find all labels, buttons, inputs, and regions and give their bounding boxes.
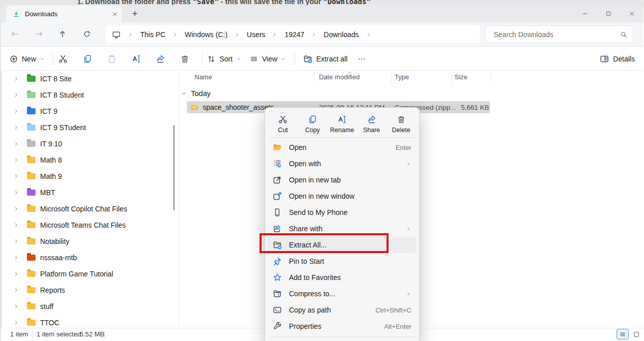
breadcrumb-chevron-icon[interactable] — [128, 32, 133, 37]
new-tab-button[interactable]: + — [132, 8, 138, 19]
breadcrumb-chevron-icon[interactable] — [235, 32, 240, 37]
sidebar-item-it-9-10[interactable]: IT 9.10 — [6, 136, 167, 151]
chevron-right-icon[interactable] — [13, 190, 19, 196]
chevron-right-icon[interactable] — [13, 157, 19, 163]
extract-all-button[interactable]: Extract all — [302, 50, 348, 68]
menu-item-add-to-favorites[interactable]: Add to Favorites — [268, 269, 416, 286]
sidebar-item-ict-8-student[interactable]: ICT 8 Student — [6, 87, 167, 103]
sidebar-item-math-9[interactable]: Math 9 — [6, 169, 167, 184]
sidebar-item-stuff[interactable]: stuff — [6, 299, 167, 314]
menu-item-open[interactable]: OpenEnter — [268, 139, 416, 156]
maximize-button[interactable] — [597, 5, 620, 22]
tab-downloads[interactable]: Downloads — [6, 6, 122, 22]
view-button[interactable]: View — [249, 50, 286, 68]
breadcrumb-chevron-icon[interactable] — [272, 32, 277, 37]
breadcrumb-segment-users[interactable]: Users — [247, 30, 266, 39]
breadcrumb-chevron-icon[interactable] — [173, 32, 178, 37]
menu-item-label: Share with — [289, 225, 323, 233]
new-button[interactable]: New — [5, 50, 49, 68]
maximize-icon — [605, 11, 611, 17]
chevron-right-icon[interactable] — [13, 206, 19, 212]
copy-button[interactable] — [77, 50, 98, 68]
icons-view-toggle[interactable] — [631, 329, 642, 339]
column-header-name[interactable]: Name — [195, 73, 212, 81]
search-box[interactable] — [485, 25, 633, 43]
sort-button[interactable]: Sort — [206, 50, 242, 68]
menu-quick-cut[interactable]: Cut — [269, 111, 297, 136]
column-header-type[interactable]: Type — [395, 73, 409, 81]
column-separator[interactable] — [314, 73, 314, 83]
forward-button[interactable] — [30, 26, 48, 42]
chevron-right-icon[interactable] — [13, 125, 19, 131]
sidebar-item-math-8[interactable]: Math 8 — [6, 152, 167, 168]
sidebar-item-ict-9-student[interactable]: ICT 9 STudent — [6, 120, 167, 135]
breadcrumb-chevron-icon[interactable] — [366, 32, 371, 37]
sidebar-item-reports[interactable]: Reports — [6, 283, 167, 298]
column-separator[interactable] — [451, 73, 452, 83]
tab-close-icon[interactable] — [112, 11, 118, 17]
back-button[interactable] — [6, 26, 23, 42]
minimize-button[interactable] — [573, 5, 597, 22]
chevron-right-icon[interactable] — [13, 173, 19, 179]
share-button[interactable] — [150, 50, 171, 68]
group-today[interactable]: Today — [181, 87, 211, 100]
details-pane-button[interactable]: Details — [598, 50, 636, 68]
search-input[interactable] — [493, 30, 620, 39]
menu-quick-delete[interactable]: Delete — [388, 111, 415, 136]
breadcrumb-segment-19247[interactable]: 19247 — [284, 30, 304, 39]
chevron-right-icon[interactable] — [13, 271, 19, 277]
details-view-toggle[interactable] — [617, 329, 629, 339]
breadcrumb-segment-downloads[interactable]: Downloads — [324, 30, 359, 39]
menu-item-open-in-new-tab[interactable]: Open in new tab — [268, 172, 416, 188]
rename-button[interactable] — [126, 50, 146, 68]
menu-quick-rename[interactable]: Rename — [328, 111, 356, 136]
column-header-size[interactable]: Size — [455, 73, 467, 81]
delete-button[interactable] — [175, 50, 195, 68]
delete-icon — [180, 54, 190, 64]
sidebar-item-ict-8-site[interactable]: ICT 8 Site — [6, 71, 167, 86]
menu-item-open-with[interactable]: Open with — [268, 156, 416, 172]
paste-button[interactable] — [102, 50, 122, 68]
sidebar-item-platform-game-tutorial[interactable]: Platform Game Tutorial — [6, 266, 167, 282]
close-button[interactable] — [620, 5, 643, 22]
menu-item-compress-to[interactable]: Compress to... — [268, 286, 416, 302]
chevron-right-icon[interactable] — [13, 92, 19, 98]
search-icon[interactable] — [620, 30, 628, 39]
menu-item-copy-as-path[interactable]: Copy as pathCtrl+Shift+C — [268, 302, 416, 318]
folder-icon — [27, 125, 36, 131]
chevron-right-icon[interactable] — [13, 255, 19, 261]
chevron-right-icon[interactable] — [13, 76, 19, 82]
sidebar-item-ict-9[interactable]: ICT 9 — [6, 104, 167, 119]
chevron-right-icon[interactable] — [13, 303, 19, 309]
breadcrumb-segment-this-pc[interactable]: This PC — [140, 30, 166, 39]
sidebar-item-microsoft-copilot-chat-files[interactable]: Microsoft Copilot Chat Files — [6, 201, 167, 216]
chevron-right-icon[interactable] — [13, 287, 19, 293]
breadcrumb-chevron-icon[interactable] — [311, 32, 316, 37]
chevron-right-icon[interactable] — [13, 108, 19, 114]
refresh-button[interactable] — [78, 26, 95, 42]
sidebar-item-notability[interactable]: Notability — [6, 234, 167, 249]
sidebar-item-mbt[interactable]: MBT — [6, 185, 167, 200]
menu-item-pin-to-start[interactable]: Pin to Start — [268, 253, 416, 269]
menu-item-send-to-my-phone[interactable]: Send to My Phone — [268, 204, 416, 221]
menu-quick-label: Delete — [392, 127, 410, 134]
chevron-right-icon[interactable] — [13, 238, 19, 244]
sidebar-item-microsoft-teams-chat-files[interactable]: Microsoft Teams Chat Files — [6, 218, 167, 233]
sidebar-scrollbar[interactable] — [173, 125, 175, 210]
up-button[interactable] — [54, 26, 71, 42]
column-separator[interactable] — [391, 73, 392, 83]
column-separator[interactable] — [491, 73, 491, 83]
menu-quick-copy[interactable]: Copy — [299, 111, 326, 136]
column-header-date[interactable]: Date modified — [319, 73, 360, 81]
cut-button[interactable] — [53, 50, 73, 68]
menu-item-properties[interactable]: PropertiesAlt+Enter — [268, 318, 416, 334]
breadcrumb-segment-windows-c-[interactable]: Windows (C:) — [185, 30, 228, 39]
sidebar-item-nsssaa-mtb[interactable]: nsssaa-mtb — [6, 250, 167, 265]
menu-quick-share[interactable]: Share — [358, 111, 385, 136]
chevron-right-icon[interactable] — [13, 141, 19, 147]
menu-item-open-in-new-window[interactable]: Open in new window — [268, 188, 416, 204]
chevron-right-icon[interactable] — [13, 222, 19, 228]
chevron-right-icon[interactable] — [13, 320, 19, 326]
this-pc-icon[interactable] — [112, 30, 121, 39]
more-options-button[interactable] — [352, 50, 371, 68]
